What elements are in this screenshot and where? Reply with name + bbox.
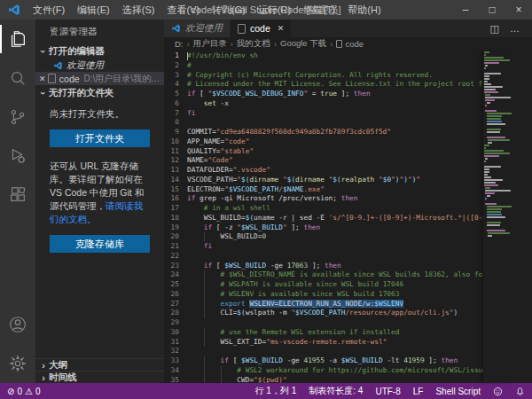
code-line[interactable]: # use the Remote WSL extension if instal… bbox=[187, 328, 485, 338]
sidebar-title: 资源管理器 bbox=[35, 20, 164, 43]
code-line[interactable]: CLI=$(wslpath -m "$VSCODE_PATH/resources… bbox=[187, 309, 485, 318]
breadcrumb-item[interactable]: 用户目录 bbox=[193, 38, 227, 50]
code-line[interactable]: # Licensed under the MIT License. See Li… bbox=[187, 80, 485, 90]
menu-item[interactable]: 文件(F) bbox=[27, 0, 71, 20]
file-icon bbox=[336, 40, 342, 48]
code-line[interactable]: COMMIT="cd9ea6488829f560dc949a8b2fb789f3… bbox=[187, 128, 485, 137]
sidebar-item-search[interactable] bbox=[0, 59, 35, 98]
menu-item[interactable]: 选择(S) bbox=[116, 0, 161, 20]
breadcrumb: D:›用户目录›我的文档›Google 下载›code bbox=[164, 37, 532, 50]
breadcrumb-item[interactable]: D: bbox=[175, 39, 184, 49]
more-actions-icon[interactable]: … bbox=[505, 23, 525, 34]
close-icon[interactable]: ✕ bbox=[278, 24, 285, 33]
account-icon bbox=[8, 315, 27, 334]
code-line[interactable]: # WSLPATH is available since WSL build 1… bbox=[187, 280, 485, 290]
breadcrumb-item[interactable]: code bbox=[345, 39, 364, 49]
code-line[interactable]: QUALITY="stable" bbox=[187, 147, 485, 157]
explorer-icon bbox=[8, 29, 27, 49]
vscode-logo-icon bbox=[7, 4, 21, 16]
minimize-button[interactable]: – bbox=[452, 0, 479, 20]
code-line[interactable]: export WSLENV=ELECTRON_RUN_AS_NODE/w:$WS… bbox=[187, 300, 485, 309]
outline-header[interactable]: › 大纲 bbox=[35, 358, 164, 371]
code-line[interactable]: set -x bbox=[187, 99, 485, 109]
open-editors-label: 打开的编辑器 bbox=[49, 45, 105, 58]
chevron-right-icon: › bbox=[38, 360, 49, 371]
code-line[interactable]: # in a wsl shell bbox=[187, 204, 485, 214]
code-line[interactable]: APP_NAME="code" bbox=[187, 137, 485, 147]
breadcrumb-item[interactable]: 我的文档 bbox=[237, 38, 270, 50]
language-mode[interactable]: Shell Script bbox=[435, 387, 481, 396]
open-editors-header[interactable]: › 打开的编辑器 bbox=[35, 43, 164, 59]
chevron-right-icon: › bbox=[38, 372, 49, 383]
tab-欢迎使用[interactable]: 欢迎使用 bbox=[164, 20, 231, 37]
settings-button[interactable] bbox=[0, 344, 35, 383]
eol-indicator[interactable]: LF bbox=[413, 387, 424, 396]
sidebar-item-run-debug[interactable] bbox=[0, 137, 35, 176]
code-line[interactable] bbox=[187, 252, 485, 262]
editor-label: code bbox=[59, 74, 80, 84]
encoding-indicator[interactable]: UTF-8 bbox=[375, 387, 400, 396]
sidebar-item-explorer[interactable] bbox=[0, 20, 35, 59]
problems-indicator[interactable]: ⊘ 0 ⚠ 0 bbox=[7, 387, 40, 396]
sidebar-item-extensions[interactable] bbox=[0, 176, 35, 215]
code-line[interactable]: WSL_BUILD=0 bbox=[187, 232, 485, 242]
code-line[interactable] bbox=[187, 347, 485, 356]
menu-item[interactable]: 帮助(H) bbox=[341, 0, 387, 20]
code-line[interactable] bbox=[187, 118, 485, 128]
cursor-position[interactable]: 行 1，列 1 bbox=[255, 385, 297, 397]
code-line[interactable]: CWD="$(pwd)" bbox=[187, 376, 485, 384]
code-line[interactable]: #!/usr/bin/env sh bbox=[187, 51, 485, 61]
tab-size-indicator[interactable]: 制表符长度: 4 bbox=[309, 385, 363, 397]
code-line[interactable]: # WSLENV is available since WSL build 17… bbox=[187, 290, 485, 300]
code-line[interactable]: if [ $WSL_BUILD -ge 41955 -a $WSL_BUILD … bbox=[187, 356, 485, 366]
code-line[interactable]: if grep -qi Microsoft /proc/version; the… bbox=[187, 194, 485, 204]
breadcrumb-separator: › bbox=[184, 39, 193, 49]
timeline-header[interactable]: › 时间线 bbox=[35, 371, 164, 383]
breadcrumb-separator: › bbox=[326, 39, 336, 49]
close-button[interactable]: × bbox=[505, 0, 532, 20]
account-button[interactable] bbox=[0, 305, 35, 344]
open-folder-button[interactable]: 打开文件夹 bbox=[50, 129, 150, 147]
minimap[interactable] bbox=[483, 51, 512, 383]
split-editor-icon[interactable]: ◫ bbox=[485, 23, 505, 35]
code-line[interactable]: if [ -z "$WSL_BUILD" ]; then bbox=[187, 223, 485, 233]
clone-repository-button[interactable]: 克隆存储库 bbox=[50, 235, 150, 253]
open-editor-item[interactable]: 欢迎使用 bbox=[35, 59, 164, 72]
open-editor-item[interactable]: ✕codeD:\用户目录\我的文档\Google... bbox=[35, 72, 164, 85]
code-line[interactable]: NAME="Code" bbox=[187, 156, 485, 166]
breadcrumb-separator: › bbox=[270, 39, 280, 49]
code-editor[interactable]: 1234567891011121314151617181920212223242… bbox=[164, 50, 532, 383]
code-line[interactable]: WSL_EXT_ID="ms-vscode-remote.remote-wsl" bbox=[187, 338, 485, 348]
vscode-logo-icon bbox=[53, 61, 63, 70]
code-line[interactable]: VSCODE_PATH="$(dirname "$(dirname "$(rea… bbox=[187, 176, 485, 185]
close-icon[interactable]: ✕ bbox=[39, 74, 46, 83]
code-line[interactable]: fi bbox=[187, 109, 485, 119]
code-line[interactable]: # WSL2 workaround for https://github.com… bbox=[187, 366, 485, 376]
clone-message: 还可从 URL 克隆存储库。要详细了解如何在 VS Code 中使用 Git 和… bbox=[35, 153, 164, 230]
timeline-label: 时间线 bbox=[49, 372, 77, 384]
code-line[interactable]: ELECTRON="$VSCODE_PATH/$NAME.exe" bbox=[187, 185, 485, 195]
code-line[interactable]: WSL_BUILD=$(uname -r | sed -E 's/^[0-9.]… bbox=[187, 214, 485, 223]
maximize-button[interactable]: □ bbox=[479, 0, 505, 20]
code-line[interactable]: DATAFOLDER=".vscode" bbox=[187, 166, 485, 176]
code-line[interactable]: fi bbox=[187, 242, 485, 252]
warning-count: 0 bbox=[35, 387, 41, 396]
sidebar-item-source-control[interactable] bbox=[0, 98, 35, 137]
menu-item[interactable]: 编辑(E) bbox=[71, 0, 116, 20]
code-line[interactable]: # Copyright (c) Microsoft Corporation. A… bbox=[187, 71, 485, 81]
code-line[interactable]: # $WSL_DISTRO_NAME is available since WS… bbox=[187, 270, 485, 280]
breadcrumb-item[interactable]: Google 下载 bbox=[280, 38, 326, 50]
tab-label: code bbox=[250, 23, 270, 34]
no-folder-header[interactable]: › 无打开的文件夹 bbox=[35, 85, 164, 100]
notifications-bell-icon[interactable] bbox=[515, 387, 525, 396]
code-line[interactable]: # bbox=[187, 61, 485, 71]
open-editors-list: 欢迎使用✕codeD:\用户目录\我的文档\Google... bbox=[35, 59, 164, 85]
editor-group: 欢迎使用code✕ ◫ … D:›用户目录›我的文档›Google 下载›cod… bbox=[164, 20, 532, 383]
code-line[interactable] bbox=[187, 318, 485, 328]
file-icon bbox=[48, 74, 56, 83]
vscode-window: 文件(F)编辑(E)选择(S)查看(V)转到(G)运行(R)终端(T)帮助(H)… bbox=[0, 0, 532, 399]
code-line[interactable]: if [ $WSL_BUILD -ge 17063 ]; then bbox=[187, 262, 485, 271]
code-line[interactable]: if [ "$VSCODE_WSL_DEBUG_INFO" = true ]; … bbox=[187, 90, 485, 99]
tab-code[interactable]: code✕ bbox=[231, 20, 292, 37]
feedback-icon[interactable] bbox=[493, 387, 503, 396]
